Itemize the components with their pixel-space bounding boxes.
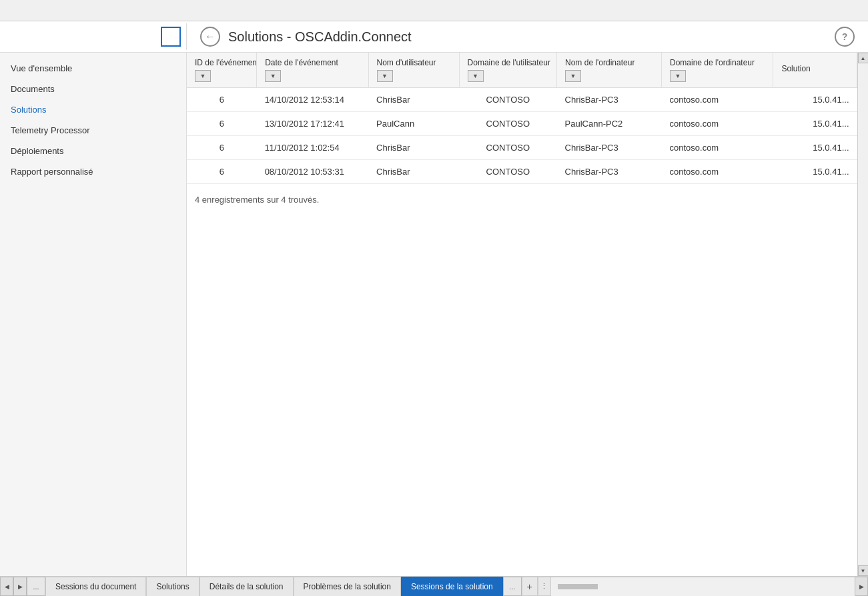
table-row[interactable]: 608/10/2012 10:53:31ChrisBarCONTOSOChris… [187,160,857,184]
content-area: ID de l'événement ▼ Date de l'événement … [187,53,857,576]
table-cell: 15.0.41... [773,136,857,160]
table-cell: ChrisBar [368,88,459,112]
help-button[interactable]: ? [835,27,855,47]
table-row[interactable]: 614/10/2012 12:53:14ChrisBarCONTOSOChris… [187,88,857,112]
tab-solutions[interactable]: Solutions [146,577,199,596]
table-header-row: ID de l'événement ▼ Date de l'événement … [187,53,857,88]
col-header-solution: Solution [773,53,857,88]
scroll-down-arrow[interactable]: ▼ [858,565,869,576]
sidebar-item-deploiements[interactable]: Déploiements [0,141,186,161]
table-row[interactable]: 613/10/2012 17:12:41PaulCannCONTOSOPaulC… [187,112,857,136]
col-header-computer-domain: Domaine de l'ordinateur ▼ [661,53,773,88]
tab-add-button[interactable]: + [522,577,538,596]
main-layout: Vue d'ensembleDocumentsSolutionsTelemetr… [0,53,868,576]
table-cell: ChrisBar-PC3 [557,136,662,160]
filter-event-id[interactable]: ▼ [195,70,211,82]
table-cell: contoso.com [661,136,773,160]
table-cell: 6 [187,88,257,112]
tab-details-solution[interactable]: Détails de la solution [199,577,294,596]
tab-scroll-thumb [558,584,598,589]
tab-nav-next[interactable]: ▶ [13,577,27,596]
table-cell: CONTOSO [459,160,556,184]
right-wrapper: ID de l'événement ▼ Date de l'événement … [187,53,868,576]
col-header-username: Nom d'utilisateur ▼ [368,53,459,88]
scroll-track[interactable] [859,63,868,565]
tab-scroll-end[interactable]: ▶ [855,577,868,596]
filter-event-date[interactable]: ▼ [265,70,281,82]
table-cell: ChrisBar-PC3 [557,160,662,184]
tab-ellipsis-left[interactable]: ... [27,577,45,596]
table-cell: contoso.com [661,160,773,184]
table-cell: 6 [187,112,257,136]
table-cell: 6 [187,160,257,184]
table-cell: ChrisBar [368,136,459,160]
sidebar-item-rapport-personnalise[interactable]: Rapport personnalisé [0,161,186,182]
sidebar-square-area [0,23,187,50]
header-row: ← Solutions - OSCAddin.Connect ? [0,21,868,53]
bottom-tabs: ◀ ▶ ... Sessions du document Solutions D… [0,576,868,596]
table-cell: PaulCann [368,112,459,136]
col-header-event-date: Date de l'événement ▼ [257,53,368,88]
table-cell: CONTOSO [459,136,556,160]
table-cell: ChrisBar-PC3 [557,88,662,112]
table-cell: PaulCann-PC2 [557,112,662,136]
table-cell: 15.0.41... [773,112,857,136]
sidebar-header-square [161,27,181,47]
table-cell: 15.0.41... [773,88,857,112]
filter-username[interactable]: ▼ [377,70,393,82]
data-table: ID de l'événement ▼ Date de l'événement … [187,53,857,184]
col-header-computer-name: Nom de l'ordinateur ▼ [557,53,662,88]
top-bar [0,0,868,21]
tab-scroll-track [551,577,855,596]
table-body: 614/10/2012 12:53:14ChrisBarCONTOSOChris… [187,88,857,184]
filter-user-domain[interactable]: ▼ [468,70,484,82]
sidebar-item-documents[interactable]: Documents [0,79,186,99]
page-title: Solutions - OSCAddin.Connect [228,29,412,45]
table-cell: 13/10/2012 17:12:41 [257,112,368,136]
table-cell: CONTOSO [459,88,556,112]
tab-ellipsis-right[interactable]: ... [503,577,522,596]
scroll-up-arrow[interactable]: ▲ [858,53,869,63]
tab-problemes-solution[interactable]: Problèmes de la solution [294,577,401,596]
table-cell: 11/10/2012 1:02:54 [257,136,368,160]
record-count: 4 enregistrements sur 4 trouvés. [187,184,857,215]
table-row[interactable]: 611/10/2012 1:02:54ChrisBarCONTOSOChrisB… [187,136,857,160]
sidebar-item-telemetry-processor[interactable]: Telemetry Processor [0,120,186,141]
table-cell: contoso.com [661,88,773,112]
col-header-event-id: ID de l'événement ▼ [187,53,257,88]
filter-computer-name[interactable]: ▼ [565,70,581,82]
tab-nav-prev[interactable]: ◀ [0,577,13,596]
filter-computer-domain[interactable]: ▼ [670,70,686,82]
col-header-user-domain: Domaine de l'utilisateur ▼ [459,53,556,88]
sidebar-item-vue-ensemble[interactable]: Vue d'ensemble [0,58,186,79]
tab-sessions-solution[interactable]: Sessions de la solution [401,577,503,596]
back-button[interactable]: ← [200,27,220,47]
tab-menu-button[interactable]: ⋮ [538,577,551,596]
table-cell: contoso.com [661,112,773,136]
table-cell: 6 [187,136,257,160]
table-cell: 15.0.41... [773,160,857,184]
tab-sessions-document[interactable]: Sessions du document [45,577,146,596]
table-cell: CONTOSO [459,112,556,136]
sidebar-item-solutions[interactable]: Solutions [0,99,186,120]
table-cell: 14/10/2012 12:53:14 [257,88,368,112]
sidebar: Vue d'ensembleDocumentsSolutionsTelemetr… [0,53,187,576]
table-cell: ChrisBar [368,160,459,184]
table-container[interactable]: ID de l'événement ▼ Date de l'événement … [187,53,857,576]
table-cell: 08/10/2012 10:53:31 [257,160,368,184]
scrollbar-right[interactable]: ▲ ▼ [857,53,868,576]
